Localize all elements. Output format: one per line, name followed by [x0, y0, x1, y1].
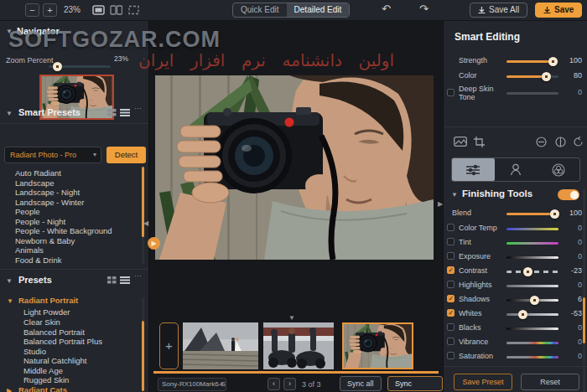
- vibrance-slider[interactable]: [506, 342, 558, 344]
- exposure-slider[interactable]: [506, 256, 558, 259]
- presets-scrollbar[interactable]: [142, 297, 144, 391]
- zoom-out-button[interactable]: −: [25, 3, 39, 17]
- before-after-arrow-button[interactable]: ▶: [148, 237, 160, 250]
- smart-presets-scrollbar[interactable]: [142, 167, 144, 264]
- contrast-checkbox[interactable]: [447, 266, 455, 274]
- smart-preset-dropdown[interactable]: Radiant Photo - Pro ▾: [4, 147, 101, 163]
- zoom-percent-handle[interactable]: [53, 62, 62, 71]
- preset-item[interactable]: Clear Skin: [23, 317, 60, 327]
- undo-icon[interactable]: ↶: [382, 3, 391, 15]
- color-temp-checkbox[interactable]: [447, 224, 455, 231]
- finishing-tools-toggle[interactable]: [558, 189, 579, 200]
- tint-checkbox[interactable]: [447, 238, 455, 245]
- previous-photo-button[interactable]: ‹: [268, 378, 280, 390]
- strength-handle[interactable]: [548, 57, 558, 66]
- preset-item[interactable]: Balanced Portrait: [23, 328, 85, 337]
- left-panel-collapse-icon[interactable]: ◀: [143, 219, 148, 227]
- smart-preset-item[interactable]: Landscape - Winter: [15, 198, 84, 207]
- smart-presets-menu-icon[interactable]: ···: [134, 104, 142, 112]
- right-panel-collapse-icon[interactable]: ▶: [438, 200, 443, 208]
- smart-preset-item[interactable]: People: [15, 207, 40, 216]
- smart-preset-item[interactable]: Animals: [15, 245, 44, 255]
- list-view-icon[interactable]: [120, 109, 131, 117]
- whites-slider[interactable]: [506, 313, 558, 316]
- highlights-slider[interactable]: [506, 285, 558, 287]
- presets-scrollbar-thumb[interactable]: [142, 321, 144, 391]
- crop-frame-icon[interactable]: [127, 5, 140, 15]
- single-view-icon[interactable]: [92, 5, 105, 15]
- smart-preset-item[interactable]: People - White Background: [15, 226, 112, 235]
- redo-icon[interactable]: ↷: [419, 3, 429, 15]
- contrast-slider[interactable]: [506, 271, 558, 273]
- tab-color-wheel-icon[interactable]: [537, 158, 579, 181]
- smart-preset-item[interactable]: Food & Drink: [15, 255, 61, 265]
- blacks-checkbox[interactable]: [447, 323, 455, 331]
- shadows-handle[interactable]: [530, 296, 539, 305]
- detect-button[interactable]: Detect: [106, 147, 146, 163]
- deep-skin-tone-checkbox[interactable]: [447, 89, 455, 96]
- presets-collapse-icon[interactable]: ▼: [6, 277, 13, 285]
- smart-presets-collapse-icon[interactable]: ▼: [6, 110, 13, 117]
- reset-button[interactable]: Reset: [521, 374, 579, 390]
- group-collapsed-icon[interactable]: ▶: [7, 387, 12, 392]
- preset-item[interactable]: Rugged Skin: [23, 375, 69, 384]
- filmstrip-thumbnail-3-selected[interactable]: [342, 322, 413, 369]
- deep-skin-tone-slider[interactable]: [506, 92, 558, 95]
- quick-edit-tab[interactable]: Quick Edit: [233, 3, 287, 17]
- blend-handle[interactable]: [550, 209, 559, 219]
- contrast-handle[interactable]: [523, 267, 532, 276]
- save-button[interactable]: Save: [535, 3, 582, 18]
- grid-view-icon[interactable]: [107, 276, 118, 285]
- right-panel-scrollbar-thumb[interactable]: [583, 297, 585, 343]
- save-all-button[interactable]: Save All: [470, 3, 527, 18]
- heal-remove-icon[interactable]: [536, 137, 547, 147]
- photo-adjust-icon[interactable]: [454, 137, 467, 147]
- color-temp-slider[interactable]: [506, 228, 558, 230]
- whites-checkbox[interactable]: [447, 309, 455, 317]
- right-panel-scrollbar[interactable]: [583, 188, 585, 392]
- crop-icon[interactable]: [474, 137, 485, 147]
- sync-forward-button[interactable]: Sync forward: [387, 376, 443, 391]
- navigator-collapse-icon[interactable]: ▼: [6, 28, 13, 35]
- tint-slider[interactable]: [506, 242, 558, 245]
- smart-preset-item[interactable]: Auto Radiant: [15, 168, 61, 178]
- presets-menu-icon[interactable]: ···: [134, 271, 142, 280]
- preset-item[interactable]: Studio: [23, 347, 46, 356]
- vibrance-checkbox[interactable]: [447, 338, 455, 345]
- smart-preset-item[interactable]: Newborn & Baby: [15, 236, 75, 245]
- saturation-slider[interactable]: [506, 356, 558, 358]
- add-photo-button[interactable]: +: [159, 322, 179, 369]
- next-photo-button[interactable]: ›: [283, 378, 296, 390]
- filename-dropdown[interactable]: Sony-RX100Mark6-Sho ▾: [158, 378, 226, 391]
- whites-handle[interactable]: [518, 310, 527, 319]
- grid-view-icon[interactable]: [107, 109, 118, 117]
- sync-all-button[interactable]: Sync all: [340, 376, 382, 391]
- preset-item[interactable]: Light Powder: [23, 307, 70, 317]
- preset-group-radiant-portrait[interactable]: Radiant Portrait: [18, 296, 78, 305]
- save-preset-button[interactable]: Save Preset: [454, 374, 512, 390]
- filmstrip-collapse-icon[interactable]: ▼: [288, 314, 295, 322]
- reset-rotate-icon[interactable]: [573, 137, 584, 147]
- blacks-slider[interactable]: [506, 328, 558, 330]
- smart-preset-item[interactable]: Landscape - Night: [15, 188, 80, 197]
- filmstrip-thumbnail-1[interactable]: [183, 322, 258, 369]
- smart-preset-item[interactable]: Landscape: [15, 178, 54, 188]
- list-view-icon[interactable]: [120, 276, 131, 285]
- saturation-checkbox[interactable]: [447, 352, 455, 359]
- preset-item[interactable]: Middle Age: [23, 366, 63, 375]
- filmstrip-thumbnail-2[interactable]: [263, 322, 334, 369]
- preset-group-radiant-cats[interactable]: Radiant Cats: [18, 385, 67, 392]
- detailed-edit-tab[interactable]: Detailed Edit: [287, 3, 350, 17]
- preset-item[interactable]: Natural Catchlight: [23, 356, 87, 365]
- split-view-icon[interactable]: [110, 5, 122, 15]
- shadows-checkbox[interactable]: [447, 295, 455, 302]
- tab-adjustments-sliders-icon[interactable]: [452, 158, 495, 181]
- tab-portrait-icon[interactable]: [495, 158, 538, 181]
- exposure-checkbox[interactable]: [447, 252, 455, 260]
- smart-preset-item[interactable]: People - Night: [15, 217, 65, 226]
- filmstrip-scrollbar[interactable]: [153, 371, 439, 374]
- group-expanded-icon[interactable]: ▼: [7, 297, 13, 305]
- preset-item[interactable]: Balanced Portrait Plus: [23, 337, 102, 346]
- compare-split-icon[interactable]: [555, 137, 566, 147]
- highlights-checkbox[interactable]: [447, 281, 455, 288]
